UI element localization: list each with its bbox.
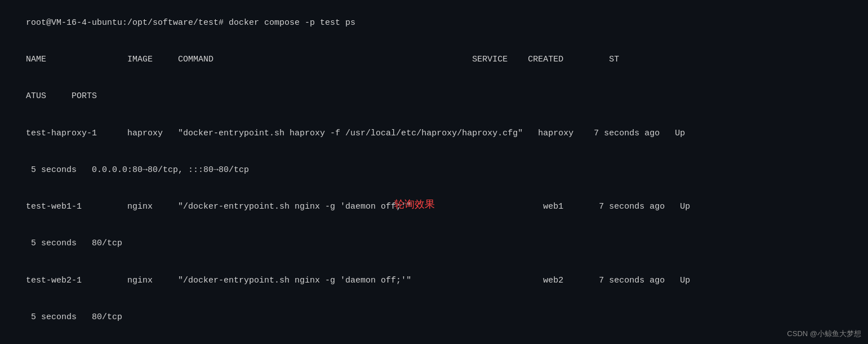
header-service: SERVICE CREATED ST <box>472 55 619 64</box>
container-haproxy-ports: 5 seconds 0.0.0.0:80→80/tcp, :::80→80/tc… <box>26 165 249 175</box>
container-web1-name: test-web1-1 nginx "/docker-entrypoint.sh… <box>26 202 690 211</box>
command-line-1: root@VM-16-4-ubuntu:/opt/software/test# … <box>6 5 862 41</box>
watermark: CSDN @小鲸鱼大梦想 <box>787 329 861 339</box>
container-web2-name: test-web2-1 nginx "/docker-entrypoint.sh… <box>26 276 690 285</box>
table-header-1: NAME IMAGE COMMAND SERVICE CREATED ST <box>6 41 862 78</box>
table-row-web1-2: 5 seconds 80/tcp <box>6 226 862 262</box>
annotation-lunxun: 轮询效果 <box>394 197 435 212</box>
table-header-2: ATUS PORTS <box>6 78 862 115</box>
table-row-haproxy-1: test-haproxy-1 haproxy "docker-entrypoin… <box>6 115 862 152</box>
cmd-docker-compose: docker compose -p test ps <box>229 18 355 28</box>
container-haproxy-name: test-haproxy-1 haproxy "docker-entrypoin… <box>26 129 685 138</box>
header-name: NAME IMAGE COMMAND <box>26 55 472 64</box>
table-row-web2-2: 5 seconds 80/tcp <box>6 299 862 336</box>
header-atus: ATUS PORTS <box>26 91 97 101</box>
table-row-haproxy-2: 5 seconds 0.0.0.0:80→80/tcp, :::80→80/tc… <box>6 152 862 188</box>
terminal: root@VM-16-4-ubuntu:/opt/software/test# … <box>0 0 868 344</box>
prompt-1: root@VM-16-4-ubuntu:/opt/software/test# <box>26 18 229 28</box>
container-web1-ports: 5 seconds 80/tcp <box>26 239 122 248</box>
table-row-web3-1: test-web3-1 nginx "/docker-entrypoint.sh… <box>6 336 862 344</box>
table-row-web2-1: test-web2-1 nginx "/docker-entrypoint.sh… <box>6 262 862 299</box>
container-web2-ports: 5 seconds 80/tcp <box>26 312 122 322</box>
